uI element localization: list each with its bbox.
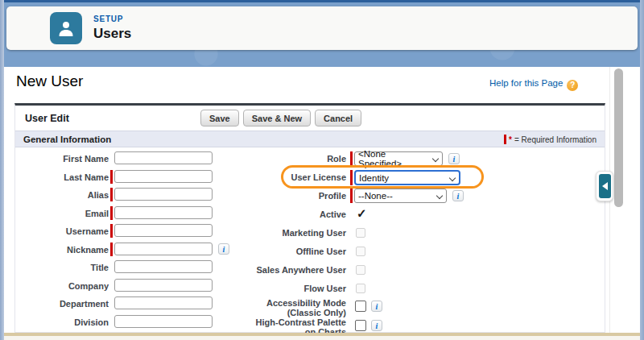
window-bottom-gap [4, 336, 640, 340]
required-text: = Required Information [514, 135, 597, 144]
profile-select[interactable]: --None-- [354, 189, 447, 203]
alias-input[interactable] [114, 188, 213, 201]
required-bar [110, 224, 113, 238]
toolbar-buttons: Save Save & New Cancel [200, 110, 361, 126]
required-bar [350, 151, 353, 166]
profile-label: Profile [229, 191, 346, 201]
required-bar [350, 189, 353, 203]
sidebar-collapse-tab [596, 171, 613, 201]
accessibility-mode-checkbox[interactable] [355, 301, 366, 312]
user-license-select[interactable]: Identity [354, 170, 460, 185]
user-license-label: User License [229, 172, 346, 182]
sales-anywhere-user-checkbox [356, 265, 365, 275]
info-icon[interactable]: i [371, 301, 382, 312]
last-name-input[interactable] [114, 170, 213, 183]
username-input[interactable] [114, 224, 213, 237]
user-edit-title: User Edit [25, 113, 69, 124]
offline-user-label: Offline User [229, 247, 346, 256]
setup-object-title: Users [93, 26, 131, 42]
role-select[interactable]: <None Specified> [354, 151, 443, 166]
division-input[interactable] [114, 315, 213, 328]
flow-user-checkbox [356, 284, 365, 293]
collapse-arrow-button[interactable] [599, 174, 611, 198]
username-label: Username [28, 226, 109, 236]
division-label: Division [28, 317, 109, 327]
title-label: Title [28, 263, 109, 272]
window-right-border [640, 0, 644, 340]
info-icon[interactable]: i [452, 190, 464, 201]
required-bar [110, 243, 113, 256]
info-icon[interactable]: i [371, 320, 382, 331]
help-for-this-page-link[interactable]: Help for this Page? [489, 78, 578, 91]
setup-header-card: SETUP Users [6, 6, 638, 50]
role-label: Role [229, 154, 346, 164]
window-top-border [0, 0, 644, 2]
required-bar [110, 206, 113, 220]
flow-user-label: Flow User [229, 284, 346, 293]
window-left-border [0, 0, 4, 340]
general-information-title: General Information [23, 135, 111, 144]
required-bar [350, 170, 353, 185]
user-edit-header: User Edit Save Save & New Cancel [15, 106, 605, 131]
help-icon[interactable]: ? [567, 80, 578, 91]
required-star: * [509, 135, 512, 144]
active-label: Active [229, 209, 346, 219]
department-label: Department [28, 299, 109, 309]
accessibility-mode-label: Accessibility Mode (Classic Only) [229, 299, 346, 317]
company-input[interactable] [114, 279, 213, 292]
email-input[interactable] [114, 206, 213, 219]
chevron-down-icon [436, 193, 443, 199]
setup-eyebrow-label: SETUP [93, 15, 123, 23]
chevron-down-icon [432, 155, 439, 162]
user-icon [50, 12, 82, 44]
vertical-scrollbar[interactable] [614, 68, 623, 207]
department-input[interactable] [114, 296, 213, 309]
page-title: New User [16, 73, 83, 90]
save-button[interactable]: Save [200, 110, 239, 126]
chevron-down-icon [449, 175, 456, 181]
alias-label: Alias [28, 190, 109, 200]
active-checkbox[interactable]: ✓ [357, 206, 367, 221]
general-information-bar: General Information * = Required Informa… [15, 131, 605, 147]
info-icon[interactable]: i [448, 153, 460, 164]
required-information-note: * = Required Information [504, 135, 597, 144]
cancel-button[interactable]: Cancel [315, 110, 361, 126]
nickname-label: Nickname [28, 245, 109, 255]
save-and-new-button[interactable]: Save & New [243, 110, 311, 126]
info-icon[interactable]: i [218, 243, 229, 255]
arrow-left-icon [602, 182, 608, 190]
required-bar [110, 170, 113, 184]
title-input[interactable] [114, 260, 213, 273]
high-contrast-palette-checkbox[interactable] [355, 320, 366, 331]
first-name-label: First Name [28, 154, 109, 164]
marketing-user-checkbox [356, 228, 365, 238]
required-bar [110, 188, 113, 201]
required-bar-icon [504, 135, 506, 144]
last-name-label: Last Name [28, 172, 109, 182]
nickname-input[interactable] [114, 243, 213, 255]
sales-anywhere-user-label: Sales Anywhere User [229, 265, 346, 275]
first-name-input[interactable] [114, 151, 213, 164]
email-label: Email [28, 209, 109, 218]
marketing-user-label: Marketing User [229, 228, 346, 238]
company-label: Company [28, 281, 109, 291]
offline-user-checkbox [356, 247, 365, 256]
